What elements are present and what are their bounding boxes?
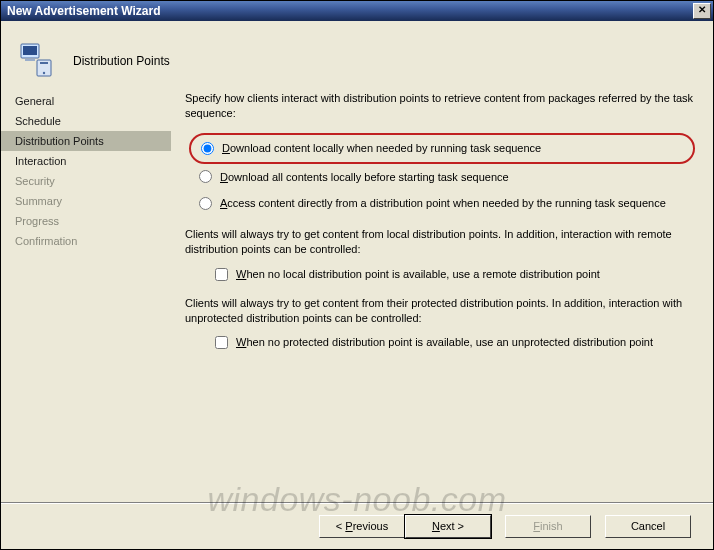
use-unprotected-dp-label[interactable]: When no protected distribution point is … [236, 335, 653, 350]
wizard-content: GeneralScheduleDistribution PointsIntera… [1, 81, 713, 503]
use-remote-dp-checkbox[interactable] [215, 268, 228, 281]
svg-rect-1 [23, 46, 37, 55]
radio-download-needed[interactable] [201, 142, 214, 155]
sidebar-item-label: Security [15, 175, 55, 187]
dp-mode-radio-group: Download content locally when needed by … [199, 133, 695, 218]
sidebar-item-label: Progress [15, 215, 59, 227]
cancel-button[interactable]: Cancel [605, 515, 691, 538]
titlebar: New Advertisement Wizard ✕ [1, 1, 713, 21]
sidebar-item-confirmation[interactable]: Confirmation [1, 231, 171, 251]
sidebar-item-security[interactable]: Security [1, 171, 171, 191]
sidebar-item-label: Summary [15, 195, 62, 207]
close-button[interactable]: ✕ [693, 3, 711, 19]
sidebar-item-summary[interactable]: Summary [1, 191, 171, 211]
svg-point-4 [43, 72, 45, 74]
sidebar-item-general[interactable]: General [1, 91, 171, 111]
use-remote-dp-label[interactable]: When no local distribution point is avai… [236, 267, 600, 282]
remote-dp-checkbox-row: When no local distribution point is avai… [215, 267, 695, 282]
radio-label-access-direct[interactable]: Access content directly from a distribut… [220, 196, 666, 211]
sidebar-item-label: Schedule [15, 115, 61, 127]
distribution-points-icon [15, 40, 57, 82]
svg-rect-5 [40, 62, 48, 64]
protected-dp-note: Clients will always try to get content f… [185, 296, 695, 326]
sidebar-item-distribution-points[interactable]: Distribution Points [1, 131, 171, 151]
unprotected-dp-checkbox-row: When no protected distribution point is … [215, 335, 695, 350]
sidebar-item-label: Interaction [15, 155, 66, 167]
radio-download-all[interactable] [199, 170, 212, 183]
wizard-main: Specify how clients interact with distri… [171, 81, 713, 503]
remote-dp-note: Clients will always try to get content f… [185, 227, 695, 257]
window-title: New Advertisement Wizard [7, 4, 161, 18]
wizard-button-bar: < Previous Next > Finish Cancel [1, 502, 713, 549]
page-title: Distribution Points [73, 54, 170, 68]
radio-row-download-all: Download all contents locally before sta… [199, 164, 695, 191]
radio-access-direct[interactable] [199, 197, 212, 210]
radio-row-access-direct: Access content directly from a distribut… [199, 190, 695, 217]
next-button[interactable]: Next > [405, 515, 491, 538]
previous-button[interactable]: < Previous [319, 515, 405, 538]
intro-text: Specify how clients interact with distri… [185, 91, 695, 121]
close-icon: ✕ [698, 4, 706, 15]
sidebar-item-schedule[interactable]: Schedule [1, 111, 171, 131]
sidebar-item-interaction[interactable]: Interaction [1, 151, 171, 171]
wizard-window: New Advertisement Wizard ✕ Distribution … [0, 0, 714, 550]
prev-next-pair: < Previous Next > [319, 515, 491, 538]
radio-label-download-all[interactable]: Download all contents locally before sta… [220, 170, 509, 185]
sidebar-item-label: Confirmation [15, 235, 77, 247]
svg-rect-2 [25, 59, 35, 61]
sidebar-item-label: Distribution Points [15, 135, 104, 147]
wizard-sidebar: GeneralScheduleDistribution PointsIntera… [1, 81, 171, 503]
radio-label-download-needed[interactable]: Download content locally when needed by … [222, 141, 541, 156]
sidebar-item-progress[interactable]: Progress [1, 211, 171, 231]
use-unprotected-dp-checkbox[interactable] [215, 336, 228, 349]
sidebar-item-label: General [15, 95, 54, 107]
radio-row-download-needed: Download content locally when needed by … [189, 133, 695, 164]
finish-button[interactable]: Finish [505, 515, 591, 538]
